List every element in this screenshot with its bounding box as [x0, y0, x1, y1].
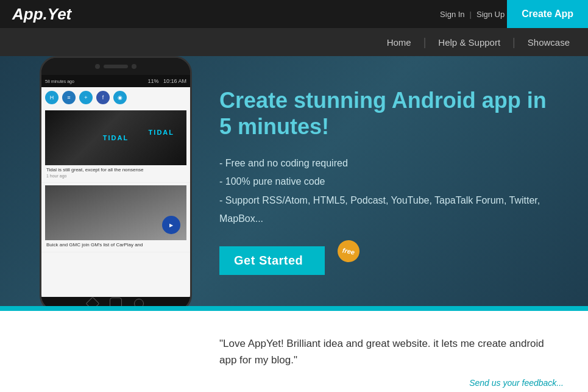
- phone-back-btn: [86, 297, 100, 306]
- phone-news-item-1: TIDAL TIDAL Tidal is still great, except…: [41, 108, 190, 183]
- phone-icons-row: H ≡ + f ◉: [41, 87, 190, 108]
- phone-screen: H ≡ + f ◉ TIDAL TIDAL Tidal is still gre…: [41, 87, 190, 297]
- testimonial-quote: "Love AppYet! Brilliant idea and great w…: [219, 335, 564, 368]
- hero-features: - Free and no coding required - 100% pur…: [219, 154, 564, 229]
- news-title-2: Buick and GMC join GM's list of CarPlay …: [45, 240, 186, 249]
- testimonial-section: "Love AppYet! Brilliant idea and great w…: [0, 311, 588, 392]
- news-title-1: Tidal is still great, except for all the…: [45, 165, 186, 174]
- signin-link[interactable]: Sign In: [440, 10, 464, 19]
- top-right: Sign In | Sign Up Create App: [440, 0, 588, 28]
- hero-text: Create stunning Android app in 5 minutes…: [207, 56, 588, 306]
- hero-section: 58 minutes ago 11% 10:16 AM H ≡ + f ◉: [0, 56, 588, 306]
- icon-menu1: ≡: [62, 91, 76, 104]
- tidal-logo: TIDAL: [103, 134, 129, 141]
- hero-feature-3: - Support RSS/Atom, HTML5, Podcast, YouT…: [219, 191, 564, 229]
- signup-link[interactable]: Sign Up: [476, 10, 505, 19]
- phone-home-btn: [110, 298, 122, 306]
- phone-time: 58 minutes ago: [45, 79, 74, 84]
- auth-divider: |: [470, 10, 472, 19]
- icon-menu2: +: [79, 91, 93, 104]
- nav-links: Home | Help & Support | Showcase: [375, 28, 582, 56]
- hero-feature-1: - Free and no coding required: [219, 154, 564, 173]
- logo: App.Yet: [12, 5, 71, 24]
- phone-app-btn: [134, 299, 144, 306]
- nav-home[interactable]: Home: [375, 28, 423, 56]
- phone-speaker: [104, 65, 128, 68]
- phone-top: [41, 58, 190, 75]
- free-badge: free: [336, 239, 361, 265]
- phone-news-item-2: ▶ Buick and GMC join GM's list of CarPla…: [41, 183, 190, 252]
- nav-bar: Home | Help & Support | Showcase: [0, 28, 588, 56]
- phone-camera: [95, 64, 100, 69]
- hero-feature-2: - 100% pure native code: [219, 173, 564, 191]
- feedback-link[interactable]: Send us your feedback...: [219, 378, 564, 388]
- hero-headline: Create stunning Android app in 5 minutes…: [219, 87, 564, 140]
- news-time-1: 1 hour ago: [45, 174, 186, 180]
- phone-bottom: [41, 297, 190, 306]
- nav-help[interactable]: Help & Support: [426, 28, 512, 56]
- phone-mockup: 58 minutes ago 11% 10:16 AM H ≡ + f ◉: [40, 56, 192, 306]
- phone-container: 58 minutes ago 11% 10:16 AM H ≡ + f ◉: [0, 56, 207, 306]
- phone-right-status: 11% 10:16 AM: [147, 78, 186, 84]
- top-bar: App.Yet Sign In | Sign Up Create App: [0, 0, 588, 28]
- auth-links: Sign In | Sign Up: [440, 10, 505, 19]
- phone-news-thumb-1: TIDAL TIDAL: [45, 110, 186, 165]
- get-started-wrap: Get Started free: [219, 246, 353, 275]
- nav-showcase[interactable]: Showcase: [515, 28, 582, 56]
- phone-camera-2: [132, 64, 136, 69]
- icon-social: f: [96, 91, 110, 104]
- phone-news-thumb-2: ▶: [45, 185, 186, 240]
- phone-status-bar: 58 minutes ago 11% 10:16 AM: [41, 75, 190, 87]
- create-app-button[interactable]: Create App: [507, 0, 588, 28]
- icon-discover: ◉: [113, 91, 127, 104]
- teal-divider: [0, 306, 588, 311]
- tidal-logo-2: TIDAL: [149, 129, 174, 136]
- get-started-button[interactable]: Get Started: [219, 246, 325, 275]
- icon-hifi: H: [45, 91, 58, 104]
